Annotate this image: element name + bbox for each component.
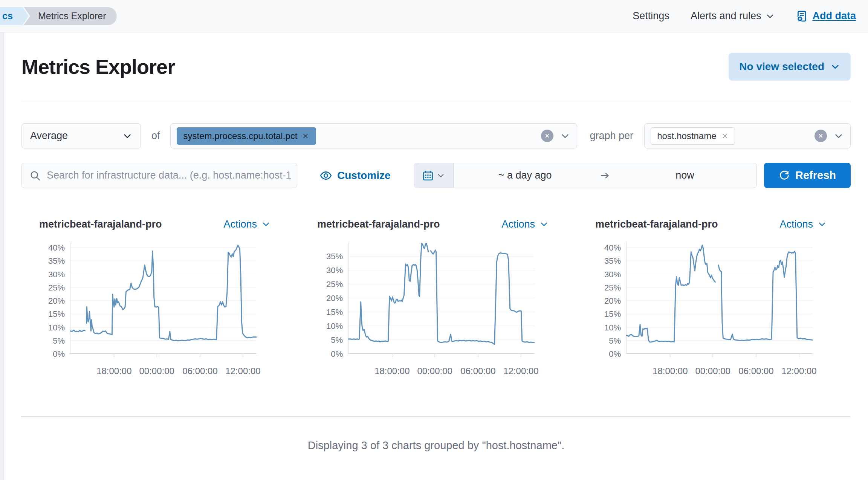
x-axis-tick-label: 12:00:00 <box>500 366 542 376</box>
metrics-explorer-app: cs Metrics Explorer Settings Alerts and … <box>0 0 868 480</box>
y-axis-tick-label: 15% <box>317 307 343 317</box>
y-axis-tick-label: 40% <box>595 243 621 253</box>
y-axis-tick-label: 25% <box>317 280 343 289</box>
metric-chart: metricbeat-farajaland-proActions40%35%30… <box>595 216 827 379</box>
refresh-icon <box>779 170 790 181</box>
chart-actions-button[interactable]: Actions <box>779 219 827 230</box>
metric-field-tag[interactable]: system.process.cpu.total.pct <box>177 127 316 145</box>
y-axis-tick-label: 5% <box>595 336 621 346</box>
calendar-icon <box>422 170 434 181</box>
chevron-down-icon <box>766 12 775 21</box>
group-by-combobox[interactable]: host.hostname <box>644 123 851 148</box>
x-axis-labels: 18:00:0000:00:0006:00:0012:00:00 <box>70 358 257 379</box>
x-axis-tick-label: 18:00:00 <box>93 366 135 376</box>
alerts-and-rules-menu[interactable]: Alerts and rules <box>691 10 775 22</box>
chart-header: metricbeat-farajaland-proActions <box>317 216 549 232</box>
chart-body: 35%30%25%20%15%10%5%0%18:00:0000:00:0006… <box>317 242 549 379</box>
header-divider <box>21 102 851 102</box>
y-axis-tick-label: 5% <box>317 335 343 345</box>
y-axis-tick-label: 10% <box>39 323 65 333</box>
refresh-label: Refresh <box>795 169 836 182</box>
y-axis-tick-label: 15% <box>39 309 65 319</box>
eye-icon <box>320 170 332 182</box>
chart-plot-area: 18:00:0000:00:0006:00:0012:00:00 <box>626 242 813 379</box>
metric-field-combobox[interactable]: system.process.cpu.total.pct <box>170 123 577 148</box>
customize-label: Customize <box>337 170 391 182</box>
date-range-end[interactable]: now <box>613 163 756 188</box>
date-range-start-label: ~ a day ago <box>498 170 552 181</box>
chart-header: metricbeat-farajaland-proActions <box>595 216 827 232</box>
clear-group-by-button[interactable] <box>815 130 827 142</box>
y-axis-tick-label: 35% <box>595 256 621 266</box>
y-axis-tick-label: 25% <box>595 283 621 293</box>
y-axis-tick-label: 30% <box>595 270 621 280</box>
group-by-tag-label: host.hostname <box>657 131 716 141</box>
y-axis-labels: 35%30%25%20%15%10%5%0% <box>317 242 343 354</box>
group-by-tag[interactable]: host.hostname <box>651 127 735 145</box>
saved-view-selector[interactable]: No view selected <box>729 53 851 81</box>
add-data-link[interactable]: Add data <box>796 10 856 22</box>
y-axis-tick-label: 20% <box>39 296 65 306</box>
chart-actions-button[interactable]: Actions <box>501 219 549 230</box>
y-axis-labels: 40%35%30%25%20%15%10%5%0% <box>39 242 65 354</box>
chevron-down-icon <box>830 62 840 72</box>
top-actions: Settings Alerts and rules <box>633 10 856 22</box>
date-range-start[interactable]: ~ a day ago <box>454 163 597 188</box>
add-data-icon <box>796 10 808 22</box>
y-axis-tick-label: 0% <box>39 349 65 359</box>
breadcrumb-metrics[interactable]: cs <box>0 7 29 25</box>
x-axis-tick-label: 00:00:00 <box>136 366 177 376</box>
metric-chart: metricbeat-farajaland-proActions35%30%25… <box>317 216 549 379</box>
settings-label: Settings <box>633 10 669 22</box>
metric-controls-row: Average of system.process.cpu.total.pct <box>21 123 851 148</box>
refresh-button[interactable]: Refresh <box>764 163 851 188</box>
x-axis-labels: 18:00:0000:00:0006:00:0012:00:00 <box>626 358 813 379</box>
breadcrumb: cs Metrics Explorer <box>0 7 117 25</box>
clear-metric-button[interactable] <box>541 130 553 142</box>
settings-link[interactable]: Settings <box>633 10 669 22</box>
chart-title: metricbeat-farajaland-pro <box>317 219 440 230</box>
chart-actions-label: Actions <box>779 219 813 230</box>
customize-button[interactable]: Customize <box>320 170 391 182</box>
tag-remove-icon[interactable] <box>302 132 309 140</box>
y-axis-tick-label: 35% <box>39 256 65 266</box>
toolbar-row: Customize <box>21 163 851 188</box>
charts-summary: Displaying 3 of 3 charts grouped by "hos… <box>21 439 851 452</box>
y-axis-tick-label: 30% <box>39 270 65 280</box>
chart-header: metricbeat-farajaland-proActions <box>39 216 270 232</box>
chart-actions-button[interactable]: Actions <box>223 219 270 230</box>
graph-per-label: graph per <box>590 130 634 142</box>
y-axis-tick-label: 0% <box>317 349 343 359</box>
x-axis-tick-label: 12:00:00 <box>778 366 820 376</box>
breadcrumb-metrics-explorer: Metrics Explorer <box>24 7 117 25</box>
x-axis-tick-label: 18:00:00 <box>649 366 691 376</box>
chevron-down-icon <box>560 131 570 141</box>
aggregation-select[interactable]: Average <box>21 123 141 148</box>
x-axis-tick-label: 06:00:00 <box>457 366 499 376</box>
y-axis-tick-label: 20% <box>595 296 621 306</box>
aggregation-value: Average <box>30 130 68 142</box>
search-icon <box>29 170 41 181</box>
x-axis-tick-label: 00:00:00 <box>414 366 455 376</box>
x-axis-tick-label: 06:00:00 <box>179 366 221 376</box>
page-header: Metrics Explorer No view selected <box>21 32 851 81</box>
tag-remove-icon[interactable] <box>721 132 729 140</box>
x-axis-tick-label: 18:00:00 <box>371 366 413 376</box>
charts-row: metricbeat-farajaland-proActions40%35%30… <box>21 216 851 379</box>
of-label: of <box>151 130 160 142</box>
page-content: Metrics Explorer No view selected Averag… <box>4 32 868 480</box>
x-axis-tick-label: 06:00:00 <box>735 366 777 376</box>
breadcrumb-current-label: Metrics Explorer <box>38 11 106 21</box>
arrow-right-icon <box>597 163 613 188</box>
page-title: Metrics Explorer <box>21 55 175 78</box>
quick-select-button[interactable] <box>414 163 454 188</box>
breadcrumb-metrics-label: cs <box>2 11 13 21</box>
y-axis-labels: 40%35%30%25%20%15%10%5%0% <box>595 242 621 354</box>
chart-plot-area: 18:00:0000:00:0006:00:0012:00:00 <box>348 242 535 379</box>
footer-divider <box>21 416 851 417</box>
chart-title: metricbeat-farajaland-pro <box>39 219 162 230</box>
metric-field-tag-label: system.process.cpu.total.pct <box>183 131 298 141</box>
search-box <box>21 163 297 188</box>
x-axis-tick-label: 00:00:00 <box>692 366 734 376</box>
search-input[interactable] <box>47 170 291 181</box>
